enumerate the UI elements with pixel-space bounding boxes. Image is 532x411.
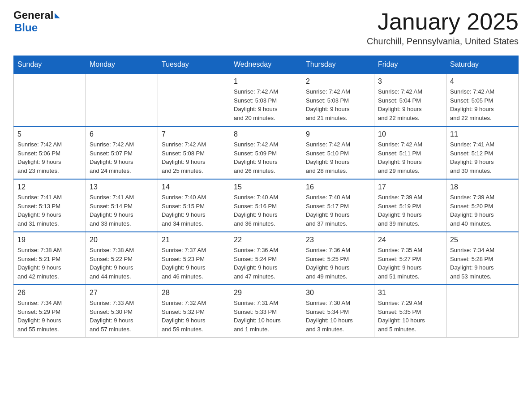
calendar-cell: 9Sunrise: 7:42 AMSunset: 5:10 PMDaylight… [302, 126, 374, 179]
calendar-cell: 26Sunrise: 7:34 AMSunset: 5:29 PMDayligh… [14, 285, 86, 338]
day-of-week-header: Tuesday [158, 56, 230, 74]
calendar-cell: 22Sunrise: 7:36 AMSunset: 5:24 PMDayligh… [230, 232, 302, 285]
day-number: 15 [234, 183, 298, 191]
day-number: 17 [378, 183, 442, 191]
day-info: Sunrise: 7:40 AMSunset: 5:17 PMDaylight:… [306, 193, 370, 228]
day-number: 18 [450, 183, 515, 191]
day-number: 8 [234, 130, 298, 138]
title-section: January 2025 Churchill, Pennsylvania, Un… [367, 9, 519, 47]
week-row: 1Sunrise: 7:42 AMSunset: 5:03 PMDaylight… [14, 73, 519, 126]
day-of-week-header: Wednesday [230, 56, 302, 74]
day-info: Sunrise: 7:41 AMSunset: 5:12 PMDaylight:… [450, 140, 515, 175]
day-number: 23 [306, 236, 370, 244]
day-number: 31 [378, 289, 442, 297]
day-info: Sunrise: 7:39 AMSunset: 5:19 PMDaylight:… [378, 193, 442, 228]
calendar-cell: 3Sunrise: 7:42 AMSunset: 5:04 PMDaylight… [374, 73, 446, 126]
day-of-week-header: Sunday [14, 56, 86, 74]
calendar-cell: 31Sunrise: 7:29 AMSunset: 5:35 PMDayligh… [374, 285, 446, 338]
day-info: Sunrise: 7:34 AMSunset: 5:28 PMDaylight:… [450, 246, 515, 281]
day-number: 10 [378, 130, 442, 138]
day-info: Sunrise: 7:38 AMSunset: 5:21 PMDaylight:… [17, 246, 82, 281]
day-of-week-header: Saturday [446, 56, 519, 74]
calendar-cell [446, 285, 519, 338]
calendar-cell: 17Sunrise: 7:39 AMSunset: 5:19 PMDayligh… [374, 179, 446, 232]
day-number: 27 [90, 289, 154, 297]
day-info: Sunrise: 7:32 AMSunset: 5:32 PMDaylight:… [162, 299, 226, 334]
day-info: Sunrise: 7:41 AMSunset: 5:13 PMDaylight:… [17, 193, 82, 228]
calendar-cell: 7Sunrise: 7:42 AMSunset: 5:08 PMDaylight… [158, 126, 230, 179]
day-info: Sunrise: 7:36 AMSunset: 5:25 PMDaylight:… [306, 246, 370, 281]
day-info: Sunrise: 7:42 AMSunset: 5:06 PMDaylight:… [17, 140, 82, 175]
day-info: Sunrise: 7:29 AMSunset: 5:35 PMDaylight:… [378, 299, 442, 334]
day-number: 19 [17, 236, 82, 244]
calendar-cell: 14Sunrise: 7:40 AMSunset: 5:15 PMDayligh… [158, 179, 230, 232]
day-of-week-header: Friday [374, 56, 446, 74]
calendar-cell: 19Sunrise: 7:38 AMSunset: 5:21 PMDayligh… [14, 232, 86, 285]
calendar-cell: 30Sunrise: 7:30 AMSunset: 5:34 PMDayligh… [302, 285, 374, 338]
page-header: General Blue January 2025 Churchill, Pen… [13, 9, 519, 47]
day-number: 7 [162, 130, 226, 138]
day-number: 28 [162, 289, 226, 297]
calendar-cell: 8Sunrise: 7:42 AMSunset: 5:09 PMDaylight… [230, 126, 302, 179]
day-info: Sunrise: 7:36 AMSunset: 5:24 PMDaylight:… [234, 246, 298, 281]
day-number: 2 [306, 77, 370, 86]
logo-general-text: General [13, 9, 53, 21]
calendar-cell: 28Sunrise: 7:32 AMSunset: 5:32 PMDayligh… [158, 285, 230, 338]
calendar-cell [86, 73, 158, 126]
location-title: Churchill, Pennsylvania, United States [367, 36, 519, 47]
calendar-cell: 5Sunrise: 7:42 AMSunset: 5:06 PMDaylight… [14, 126, 86, 179]
day-number: 26 [17, 289, 82, 297]
day-of-week-header: Thursday [302, 56, 374, 74]
day-number: 4 [450, 77, 515, 86]
day-info: Sunrise: 7:42 AMSunset: 5:09 PMDaylight:… [234, 140, 298, 175]
calendar-cell: 24Sunrise: 7:35 AMSunset: 5:27 PMDayligh… [374, 232, 446, 285]
calendar-cell: 13Sunrise: 7:41 AMSunset: 5:14 PMDayligh… [86, 179, 158, 232]
calendar-cell: 21Sunrise: 7:37 AMSunset: 5:23 PMDayligh… [158, 232, 230, 285]
logo-blue-text: Blue [14, 21, 38, 34]
day-number: 29 [234, 289, 298, 297]
logo-triangle-icon [55, 13, 60, 18]
day-info: Sunrise: 7:42 AMSunset: 5:07 PMDaylight:… [90, 140, 154, 175]
day-number: 24 [378, 236, 442, 244]
day-info: Sunrise: 7:42 AMSunset: 5:08 PMDaylight:… [162, 140, 226, 175]
calendar-cell: 27Sunrise: 7:33 AMSunset: 5:30 PMDayligh… [86, 285, 158, 338]
calendar-header-row: SundayMondayTuesdayWednesdayThursdayFrid… [14, 56, 519, 74]
day-info: Sunrise: 7:42 AMSunset: 5:10 PMDaylight:… [306, 140, 370, 175]
week-row: 19Sunrise: 7:38 AMSunset: 5:21 PMDayligh… [14, 232, 519, 285]
day-number: 16 [306, 183, 370, 191]
week-row: 12Sunrise: 7:41 AMSunset: 5:13 PMDayligh… [14, 179, 519, 232]
day-number: 12 [17, 183, 82, 191]
calendar-cell: 2Sunrise: 7:42 AMSunset: 5:03 PMDaylight… [302, 73, 374, 126]
week-row: 26Sunrise: 7:34 AMSunset: 5:29 PMDayligh… [14, 285, 519, 338]
calendar-cell: 6Sunrise: 7:42 AMSunset: 5:07 PMDaylight… [86, 126, 158, 179]
calendar-cell: 16Sunrise: 7:40 AMSunset: 5:17 PMDayligh… [302, 179, 374, 232]
day-number: 6 [90, 130, 154, 138]
day-number: 1 [234, 77, 298, 86]
day-info: Sunrise: 7:31 AMSunset: 5:33 PMDaylight:… [234, 299, 298, 334]
day-info: Sunrise: 7:38 AMSunset: 5:22 PMDaylight:… [90, 246, 154, 281]
month-title: January 2025 [367, 9, 519, 34]
logo: General Blue [13, 9, 60, 34]
calendar-cell: 29Sunrise: 7:31 AMSunset: 5:33 PMDayligh… [230, 285, 302, 338]
day-number: 3 [378, 77, 442, 86]
day-info: Sunrise: 7:41 AMSunset: 5:14 PMDaylight:… [90, 193, 154, 228]
calendar-cell: 4Sunrise: 7:42 AMSunset: 5:05 PMDaylight… [446, 73, 519, 126]
calendar-cell: 15Sunrise: 7:40 AMSunset: 5:16 PMDayligh… [230, 179, 302, 232]
day-number: 5 [17, 130, 82, 138]
day-info: Sunrise: 7:42 AMSunset: 5:03 PMDaylight:… [306, 87, 370, 122]
calendar-cell: 25Sunrise: 7:34 AMSunset: 5:28 PMDayligh… [446, 232, 519, 285]
day-number: 22 [234, 236, 298, 244]
day-info: Sunrise: 7:30 AMSunset: 5:34 PMDaylight:… [306, 299, 370, 334]
day-info: Sunrise: 7:33 AMSunset: 5:30 PMDaylight:… [90, 299, 154, 334]
day-info: Sunrise: 7:42 AMSunset: 5:03 PMDaylight:… [234, 87, 298, 122]
day-number: 25 [450, 236, 515, 244]
calendar-cell [14, 73, 86, 126]
day-number: 14 [162, 183, 226, 191]
day-info: Sunrise: 7:39 AMSunset: 5:20 PMDaylight:… [450, 193, 515, 228]
calendar-cell: 23Sunrise: 7:36 AMSunset: 5:25 PMDayligh… [302, 232, 374, 285]
calendar-cell: 18Sunrise: 7:39 AMSunset: 5:20 PMDayligh… [446, 179, 519, 232]
calendar-cell: 12Sunrise: 7:41 AMSunset: 5:13 PMDayligh… [14, 179, 86, 232]
week-row: 5Sunrise: 7:42 AMSunset: 5:06 PMDaylight… [14, 126, 519, 179]
day-info: Sunrise: 7:42 AMSunset: 5:11 PMDaylight:… [378, 140, 442, 175]
day-info: Sunrise: 7:35 AMSunset: 5:27 PMDaylight:… [378, 246, 442, 281]
